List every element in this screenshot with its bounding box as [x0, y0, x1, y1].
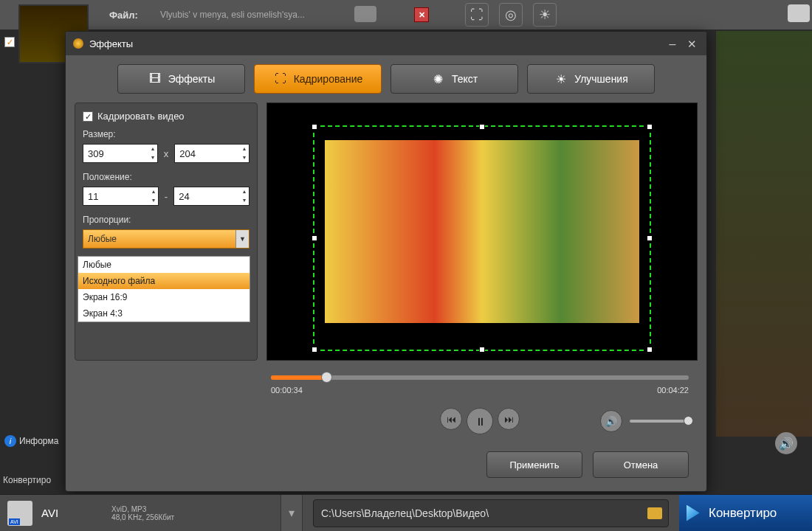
crop-handle[interactable] — [479, 347, 485, 353]
info-button[interactable]: iИнформа — [4, 435, 58, 447]
text-icon: ✺ — [431, 72, 446, 86]
output-path[interactable]: C:\Users\Владелец\Desktop\Видео\ — [313, 499, 669, 527]
format-name: AVI — [41, 507, 58, 519]
pause-button[interactable]: ⏸ — [467, 408, 493, 434]
time-total: 00:04:22 — [657, 386, 689, 395]
apply-button[interactable]: Применить — [486, 451, 582, 478]
seek-thumb[interactable] — [321, 372, 332, 383]
crop-rectangle[interactable] — [313, 125, 651, 351]
crop-handle[interactable] — [647, 124, 653, 130]
aspect-option[interactable]: Экран 4:3 — [78, 305, 250, 322]
volume-slider[interactable] — [630, 420, 689, 423]
format-selector[interactable]: AVI XviD, MP3 48,0 KHz, 256Кбит — [0, 495, 281, 531]
aspect-combobox[interactable]: Любые ▼ — [83, 229, 250, 249]
file-label: Файл: — [109, 10, 138, 21]
crop-enable-label: Кадрировать видео — [97, 111, 185, 122]
gear-icon[interactable]: ◎ — [499, 3, 523, 27]
crop-handle[interactable] — [647, 235, 653, 241]
pos-y-input[interactable]: 24 — [173, 187, 250, 206]
volume-icon[interactable]: 🔊 — [775, 432, 797, 454]
aspect-option[interactable]: Любые — [78, 257, 250, 273]
chevron-down-icon[interactable]: ▼ — [235, 230, 249, 248]
size-separator: x — [164, 148, 169, 159]
thumbnail-checkbox[interactable]: ✓ — [4, 37, 15, 47]
height-input[interactable]: 204 — [174, 144, 250, 163]
crop-icon: ⛶ — [273, 72, 288, 86]
camcorder-icon[interactable] — [354, 6, 376, 22]
time-current: 00:00:34 — [271, 386, 303, 395]
dialog-title: Эффекты — [89, 38, 133, 49]
cancel-button[interactable]: Отмена — [593, 451, 689, 478]
seek-progress — [271, 375, 326, 380]
timeline: 00:00:34 00:04:22 — [271, 375, 689, 380]
top-toolbar: Файл: Vlyubis' v menya, esli osmelish'sy… — [0, 0, 812, 30]
bottom-bar: AVI XviD, MP3 48,0 KHz, 256Кбит ▾ C:\Use… — [0, 494, 812, 531]
filmstrip-icon: 🎞 — [148, 72, 162, 86]
pos-separator: - — [165, 191, 168, 202]
crop-handle[interactable] — [479, 124, 485, 130]
background-preview — [716, 31, 812, 437]
tab-effects[interactable]: 🎞Эффекты — [117, 64, 245, 94]
crop-handle[interactable] — [312, 124, 317, 130]
aspect-dropdown-list: Любые Исходного файла Экран 16:9 Экран 4… — [78, 256, 250, 322]
volume-button[interactable]: 🔊 — [600, 410, 622, 432]
tab-enhance[interactable]: ☀Улучшения — [527, 64, 655, 94]
minimize-icon[interactable]: – — [667, 38, 678, 49]
camera-icon[interactable] — [788, 4, 810, 22]
effects-dialog: Эффекты – ✕ 🎞Эффекты ⛶Кадрирование ✺Текс… — [65, 31, 707, 492]
crop-handle[interactable] — [647, 347, 653, 353]
aspect-label: Пропорции: — [83, 215, 250, 225]
pos-x-input[interactable]: 11 — [83, 187, 159, 206]
prev-button[interactable]: ⏮ — [440, 408, 462, 430]
close-icon[interactable]: ✕ — [414, 7, 429, 22]
sun-icon: ☀ — [554, 72, 568, 86]
dialog-titlebar[interactable]: Эффекты – ✕ — [66, 32, 706, 55]
dialog-close-icon[interactable]: ✕ — [686, 38, 698, 49]
width-input[interactable]: 309 — [83, 144, 158, 163]
convert-label: Конвертиро — [0, 475, 51, 485]
format-dropdown-icon[interactable]: ▾ — [281, 495, 303, 531]
audio-line: 48,0 KHz, 256Кбит — [111, 513, 174, 521]
crop-handle[interactable] — [312, 235, 317, 241]
tab-crop[interactable]: ⛶Кадрирование — [254, 64, 382, 94]
aspect-option[interactable]: Исходного файла — [78, 273, 250, 289]
codec-line: XviD, MP3 — [111, 505, 174, 513]
effects-icon — [73, 38, 83, 49]
crop-enable-checkbox[interactable]: ✓ — [83, 111, 93, 122]
aspect-option[interactable]: Экран 16:9 — [78, 289, 250, 305]
volume-thumb[interactable] — [684, 416, 693, 426]
next-button[interactable]: ⏭ — [498, 408, 520, 430]
position-label: Положение: — [83, 172, 250, 182]
tab-text[interactable]: ✺Текст — [390, 64, 518, 94]
seek-track[interactable] — [271, 375, 689, 380]
avi-icon — [7, 501, 32, 526]
crop-tool-icon[interactable]: ⛶ — [465, 3, 489, 27]
brightness-icon[interactable]: ☀ — [533, 3, 557, 27]
file-name: Vlyubis' v menya, esli osmelish'sya... — [160, 10, 305, 20]
crop-handle[interactable] — [312, 347, 317, 353]
convert-button[interactable]: Конвертиро — [679, 495, 812, 531]
video-preview[interactable] — [266, 103, 698, 361]
folder-icon[interactable] — [647, 507, 662, 519]
size-label: Размер: — [83, 129, 250, 139]
